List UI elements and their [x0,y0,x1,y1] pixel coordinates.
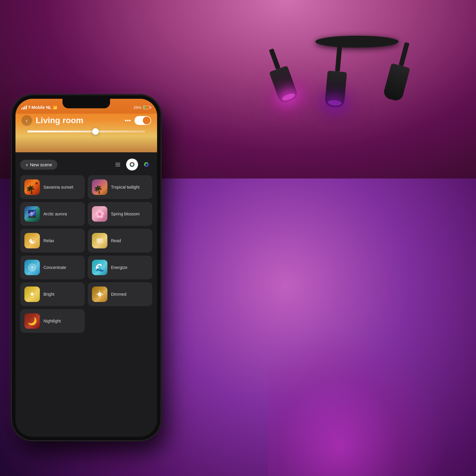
dimmed-icon-inner [92,286,107,302]
battery-percent-label: 25% [134,105,141,110]
new-scene-label: New scene [30,162,52,167]
svg-point-16 [31,266,33,269]
arctic-aurora-icon: 🌌 [24,206,40,222]
nightlight-label: Nightlight [43,319,61,323]
status-right: 25% [134,105,151,110]
tropical-twilight-icon: 🌴 [92,179,107,195]
floor-glow [268,327,446,476]
new-scene-button[interactable]: + New scene [20,160,57,170]
svg-rect-0 [115,163,120,164]
arctic-icon-inner: 🌌 [24,206,40,222]
spotlight-2 [325,44,349,108]
room-toggle[interactable] [134,116,151,125]
scene-item-energize[interactable]: 🌊 Energize [88,256,152,279]
color-wheel-button[interactable] [140,159,152,170]
carrier-label: T-Mobile NL [28,105,51,110]
palette-icon [129,162,135,167]
scenes-grid: 🌴 ☀ Savanna sunset 🌴 Tro [20,175,152,333]
read-icon-inner [92,233,107,248]
svg-rect-1 [115,164,120,165]
arctic-aurora-label: Arctic aurora [43,212,67,216]
battery-icon [143,106,151,109]
svg-point-6 [133,165,134,166]
palette-view-button[interactable] [126,159,138,170]
wifi-icon: 📶 [53,105,57,110]
savanna-icon-inner: 🌴 ☀ [24,179,40,195]
relax-label: Relax [43,238,54,243]
bright-scene-icon: ✦ [24,286,40,302]
scene-item-read[interactable]: Read [88,229,152,253]
svg-point-5 [131,162,133,164]
scene-item-concentrate[interactable]: Concentrate [20,256,85,279]
relax-symbol: ☯ [29,236,36,246]
scene-item-savanna-sunset[interactable]: 🌴 ☀ Savanna sunset [20,175,85,199]
room-title: Living room [36,116,125,125]
brightness-thumb[interactable] [92,128,99,135]
spring-icon-inner: 🌸 [92,206,107,222]
brightness-slider-row [21,131,151,132]
plus-icon: + [26,162,28,167]
back-button[interactable]: ‹ [21,115,32,126]
bright-symbol: ✦ [29,290,35,299]
energize-icon-inner: 🌊 [92,260,107,275]
dimmed-scene-icon [92,286,107,302]
spotlight-fixture [253,18,461,241]
savanna-sunset-icon: 🌴 ☀ [24,179,40,195]
back-arrow-icon: ‹ [26,118,28,124]
battery-body [143,106,150,109]
svg-point-9 [145,164,147,165]
energize-label: Energize [111,265,127,270]
scene-item-relax[interactable]: ☯ Relax [20,229,85,253]
dimmed-symbol [95,290,104,299]
toolbar-icons [112,159,152,170]
scene-item-spring-blossom[interactable]: 🌸 Spring blossom [88,202,152,226]
header-top-row: ‹ Living room ••• [21,115,151,126]
toolbar-row: + New scene [20,154,152,175]
scene-item-arctic-aurora[interactable]: 🌌 Arctic aurora [20,202,85,226]
scene-item-tropical-twilight[interactable]: 🌴 Tropical twilight [88,175,152,199]
signal-bar-1 [21,108,22,109]
phone-shell: T-Mobile NL 📶 09:23 25% [12,95,161,440]
list-icon [115,162,121,167]
more-dots-icon: ••• [125,117,131,124]
tropical-icon-inner: 🌴 [92,179,107,195]
scene-item-dimmed[interactable]: Dimmed [88,282,152,306]
relax-icon-inner: ☯ [24,233,40,248]
scene-item-bright[interactable]: ✦ Bright [20,282,85,306]
spotlight-3 [382,40,416,102]
scene-item-nightlight[interactable]: 🌙 Nightlight [20,309,85,333]
signal-bar-2 [23,107,24,109]
spring-blossom-emoji: 🌸 [95,209,104,219]
nightlight-icon-inner: 🌙 [24,313,40,329]
scene-content: + New scene [15,154,157,437]
spotlight-1 [262,46,299,104]
spring-blossom-label: Spring blossom [111,212,140,216]
more-options-button[interactable]: ••• [125,117,131,124]
bright-label: Bright [43,292,54,297]
read-scene-icon [92,233,107,248]
savanna-tree-silhouette: 🌴 [26,185,35,194]
arctic-aurora-emoji: 🌌 [28,210,37,218]
battery-cap [150,107,151,108]
signal-bars-icon [21,105,27,109]
savanna-sunset-label: Savanna sunset [43,185,73,190]
tropical-twilight-label: Tropical twilight [111,185,140,190]
nightlight-scene-icon: 🌙 [24,313,40,329]
spring-blossom-icon: 🌸 [92,206,107,222]
energize-symbol: 🌊 [95,263,104,272]
concentrate-symbol [27,263,37,272]
read-symbol [95,236,104,245]
header-actions: ••• [125,116,151,125]
concentrate-scene-icon [24,260,40,275]
status-left: T-Mobile NL 📶 [21,105,57,110]
energize-scene-icon: 🌊 [92,260,107,275]
brightness-slider[interactable] [27,131,145,132]
phone: T-Mobile NL 📶 09:23 25% [12,95,161,440]
relax-icon: ☯ [24,233,40,248]
phone-screen: T-Mobile NL 📶 09:23 25% [15,99,157,437]
battery-fill [144,106,145,109]
color-wheel-icon [143,162,149,167]
list-view-button[interactable] [112,159,124,170]
ceiling-plate [315,36,399,48]
read-label: Read [111,238,121,243]
